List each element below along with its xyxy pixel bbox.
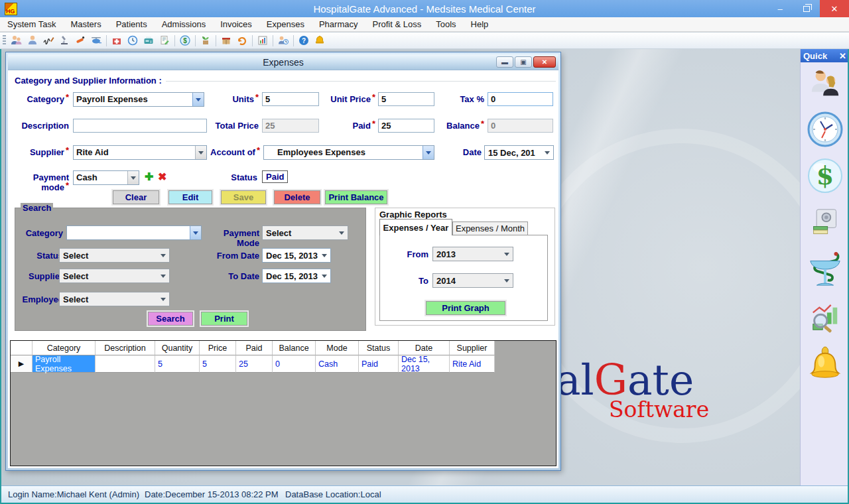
grid-col-status[interactable]: Status [359,341,399,355]
clear-button[interactable]: Clear [113,190,159,204]
grid-col-balance[interactable]: Balance [273,341,316,355]
cell-status[interactable]: Paid [359,355,399,373]
quick-payments-icon[interactable]: $ [807,158,843,196]
help-icon[interactable]: ? [296,33,312,48]
search-payment-mode-select[interactable]: Select [262,225,348,240]
signature-icon[interactable] [40,33,56,48]
quick-reminders-icon[interactable] [809,346,842,386]
quick-close-icon[interactable]: ✕ [839,51,846,61]
add-payment-mode-icon[interactable]: ✚ [145,170,153,183]
grid-col-paid[interactable]: Paid [236,341,273,355]
expenses-dialog-titlebar[interactable]: Expenses ▬ ▣ ✕ [8,54,558,70]
grid-col-date[interactable]: Date [399,341,450,355]
patients-icon[interactable] [9,33,25,48]
search-button[interactable]: Search [148,312,193,326]
grid-col-category[interactable]: Category [33,341,96,355]
stock-icon[interactable] [198,33,214,48]
lab-icon[interactable] [56,33,72,48]
search-print-button[interactable]: Print [201,312,247,326]
search-from-date-picker[interactable]: Dec 15, 2013 [262,248,331,263]
purchase-icon[interactable] [218,33,234,48]
search-employee-select[interactable]: Select [59,292,170,306]
dialog-close-button[interactable]: ✕ [533,56,556,68]
quick-patients-icon[interactable] [809,68,842,102]
menu-system-task[interactable]: System Task [0,17,63,32]
supplier-combobox[interactable]: Rite Aid [73,145,207,160]
notification-icon[interactable] [312,33,328,48]
menu-expenses[interactable]: Expenses [259,17,312,32]
cell-paid[interactable]: 25 [236,355,273,373]
schedule-icon[interactable] [275,33,291,48]
paid-input[interactable] [378,119,434,133]
menu-patients[interactable]: Patients [109,17,155,32]
cell-mode[interactable]: Cash [316,355,359,373]
menu-invoices[interactable]: Invoices [213,17,259,32]
fax-icon[interactable] [141,33,157,48]
cell-quantity[interactable]: 5 [155,355,200,373]
description-input[interactable] [73,119,207,133]
menu-tools[interactable]: Tools [428,17,463,32]
menu-help[interactable]: Help [464,17,496,32]
account-of-combobox[interactable]: Employees Expenses [263,145,434,160]
cell-price[interactable]: 5 [200,355,236,373]
chevron-down-icon[interactable] [192,93,204,106]
cell-category[interactable]: Payroll Expenses [33,355,96,373]
clock-icon[interactable] [125,33,141,48]
row-selector-cell[interactable]: ▶ [11,355,33,373]
chevron-down-icon[interactable] [190,226,201,239]
hospital-icon[interactable] [109,33,125,48]
unit-price-input[interactable] [378,92,434,106]
close-button[interactable]: ✕ [820,0,849,17]
quick-cash-safe-icon[interactable] [810,208,840,240]
grid-data-row[interactable]: ▶ Payroll Expenses 5 5 25 0 Cash Paid De… [11,355,556,373]
graph-to-select[interactable]: 2014 [432,273,513,288]
print-balance-button[interactable]: Print Balance [325,190,387,204]
prescription-icon[interactable] [72,33,88,48]
return-icon[interactable] [234,33,250,48]
date-picker[interactable]: 15 Dec, 201 [484,145,554,160]
expenses-grid[interactable]: Category Description Quantity Price Paid… [10,340,556,466]
category-combobox[interactable]: Payroll Expenses [73,92,204,107]
minimize-button[interactable]: – [767,0,793,17]
dialog-maximize-button[interactable]: ▣ [515,56,532,68]
tab-expenses-year[interactable]: Expenses / Year [379,219,452,235]
cell-supplier[interactable]: Rite Aid [450,355,495,373]
report-icon[interactable] [255,33,271,48]
save-button[interactable]: Save [221,190,266,204]
menu-pharmacy[interactable]: Pharmacy [312,17,365,32]
menu-masters[interactable]: Masters [63,17,108,32]
tab-expenses-month[interactable]: Expenses / Month [452,221,528,235]
chevron-down-icon[interactable] [195,146,206,159]
ambulance-icon[interactable] [88,33,104,48]
menu-admissions[interactable]: Admissions [155,17,213,32]
quick-financial-reports-icon[interactable] [809,302,841,337]
grid-col-price[interactable]: Price [200,341,236,355]
chevron-down-icon[interactable] [127,171,139,184]
grid-col-supplier[interactable]: Supplier [450,341,495,355]
cell-description[interactable] [96,355,155,373]
invoice-icon[interactable] [157,33,172,48]
delete-button[interactable]: Delete [274,190,320,204]
tax-input[interactable] [488,92,553,106]
delete-payment-mode-icon[interactable]: ✖ [158,170,166,183]
cell-date[interactable]: Dec 15, 2013 [399,355,450,373]
units-input[interactable] [262,92,319,106]
patient-icon[interactable] [25,33,40,48]
search-to-date-picker[interactable]: Dec 15, 2013 [262,269,331,283]
quick-appointments-icon[interactable] [807,111,843,150]
dialog-minimize-button[interactable]: ▬ [496,56,513,68]
menu-profit-loss[interactable]: Profit & Loss [365,17,428,32]
payment-mode-combobox[interactable]: Cash [73,170,139,185]
edit-button[interactable]: Edit [168,190,212,204]
search-status-select[interactable]: Select [59,248,170,263]
quick-pharmacy-icon[interactable] [807,249,843,292]
search-supplier-select[interactable]: Select [59,269,170,283]
grid-col-description[interactable]: Description [96,341,155,355]
search-category-combobox[interactable] [66,225,202,240]
chevron-down-icon[interactable] [423,146,434,159]
grid-col-mode[interactable]: Mode [316,341,359,355]
payment-icon[interactable]: $ [177,33,193,48]
cell-balance[interactable]: 0 [273,355,316,373]
graph-from-select[interactable]: 2013 [432,247,513,261]
restore-button[interactable] [793,0,820,17]
